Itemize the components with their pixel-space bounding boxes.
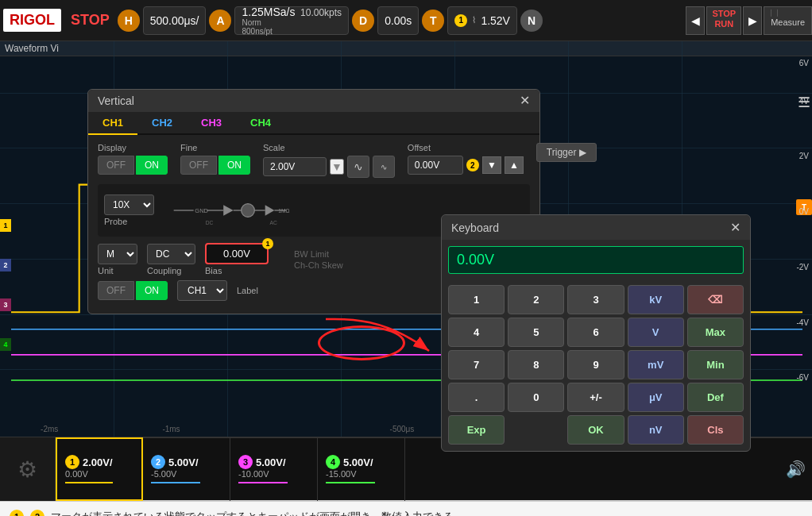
d-segment[interactable]: 0.00s [377, 6, 419, 35]
kb-kv[interactable]: kV [628, 285, 684, 314]
ch1-indicator: 1 [0, 219, 11, 232]
offset-input[interactable] [408, 156, 463, 175]
kb-cls[interactable]: Cls [687, 415, 744, 445]
ch1-info-top: 1 2.00V/ [65, 455, 113, 469]
svg-marker-3 [223, 205, 234, 215]
dialog-tabs: CH1 CH2 CH3 CH4 [88, 112, 539, 135]
probe-section: 10X1X100X Probe [104, 194, 154, 226]
nav-right-button[interactable]: ▶ [743, 6, 762, 35]
ch1-scale: 2.00V/ [83, 456, 113, 468]
kb-plusminus[interactable]: +/- [567, 383, 624, 412]
dialog-title: Vertical [98, 94, 134, 107]
n-button[interactable]: N [520, 10, 543, 32]
ch1-info-box[interactable]: 1 2.00V/ 0.00V [56, 437, 143, 501]
scale-m6v: -6V [796, 373, 809, 382]
display-off-button[interactable]: OFF [98, 156, 134, 175]
wave2-button[interactable]: ∿ [373, 156, 395, 178]
t-button[interactable]: T [422, 10, 444, 32]
label-select[interactable]: CH1 [177, 280, 227, 301]
label-off-button[interactable]: OFF [98, 281, 134, 300]
offset2-display[interactable]: 0.00V 1 [205, 243, 269, 264]
trigger-button[interactable]: Trigger ▶ [536, 143, 597, 162]
measure-button[interactable]: ⎸⎸ Measure [764, 6, 812, 35]
kb-close-button[interactable]: ✕ [730, 220, 740, 235]
kb-backspace[interactable]: ⌫ [687, 285, 744, 314]
offset-group: 2 ▼ ▲ [408, 156, 524, 175]
dialog-header: Vertical ✕ [88, 90, 539, 112]
offset-label: Offset [408, 143, 524, 152]
ch3-info-box[interactable]: 3 5.00V/ -10.00V [230, 437, 318, 501]
fine-on-button[interactable]: ON [218, 156, 250, 175]
offset-down-arrow[interactable]: ▼ [482, 156, 501, 174]
t-segment[interactable]: 1 ⌇ 1.52V [447, 6, 517, 35]
scale-down-arrow[interactable]: ▼ [330, 159, 344, 175]
coupling-label: Coupling [147, 266, 195, 275]
tab-ch3[interactable]: CH3 [187, 112, 236, 133]
kb-ok[interactable]: OK [567, 415, 624, 445]
unit-select[interactable]: MVA [98, 244, 137, 264]
scale-input[interactable] [263, 157, 327, 176]
kb-v[interactable]: V [628, 318, 684, 347]
hamburger-menu[interactable]: ☰ [798, 94, 810, 111]
kb-8[interactable]: 8 [508, 350, 564, 379]
ch4-info-box[interactable]: 4 5.00V/ -15.00V [318, 437, 405, 501]
ch4-info-top: 4 5.00V/ [326, 455, 373, 469]
kb-4[interactable]: 4 [448, 318, 505, 347]
kb-min[interactable]: Min [687, 350, 744, 379]
tab-ch1[interactable]: CH1 [88, 112, 137, 135]
ch2-indicator: 2 [0, 259, 11, 271]
scale-selector: ▼ ∿ ∿ [263, 156, 395, 178]
kb-dot[interactable]: . [448, 383, 505, 412]
a-button[interactable]: A [209, 10, 231, 32]
stop-button[interactable]: STOP [71, 12, 110, 29]
offset-up-arrow[interactable]: ▲ [505, 156, 524, 174]
stop-run-button[interactable]: STOP RUN [706, 6, 741, 35]
ch4-underline [326, 482, 375, 483]
kb-9[interactable]: 9 [567, 350, 624, 379]
label-on-button[interactable]: ON [136, 281, 168, 300]
kb-max[interactable]: Max [687, 318, 744, 347]
coupling-select[interactable]: DCACGND [147, 244, 195, 264]
fine-off-button[interactable]: OFF [180, 156, 217, 175]
ch1-underline [65, 482, 113, 483]
ch2-info-box[interactable]: 2 5.00V/ -5.00V [143, 437, 230, 501]
nav-left-button[interactable]: ◀ [686, 6, 705, 35]
kb-5[interactable]: 5 [508, 318, 564, 347]
offset-section: Offset 2 ▼ ▲ [408, 143, 524, 175]
kb-2[interactable]: 2 [508, 285, 564, 314]
kb-def[interactable]: Def [687, 383, 744, 412]
scale-m4v: -4V [796, 318, 809, 327]
h-segment[interactable]: 500.00μs/ [143, 6, 207, 35]
unit-label: Unit [98, 266, 137, 275]
waveform-title: Waveform Vi [0, 41, 812, 56]
probe-select[interactable]: 10X1X100X [104, 194, 154, 215]
h-button[interactable]: H [118, 10, 140, 32]
kb-exp[interactable]: Exp [448, 415, 505, 445]
coupling-section: DCACGND Coupling [147, 244, 195, 275]
label-toggle: OFF ON [98, 281, 168, 300]
gear-button[interactable]: ⚙ [0, 437, 56, 501]
top-toolbar: RIGOL STOP H 500.00μs/ A 1.25MSa/s 10.00… [0, 0, 812, 41]
ch3-info-top: 3 5.00V/ [238, 455, 286, 469]
tab-ch4[interactable]: CH4 [236, 112, 285, 133]
dialog-close-button[interactable]: ✕ [520, 94, 530, 107]
display-on-button[interactable]: ON [136, 156, 168, 175]
kb-3[interactable]: 3 [567, 285, 624, 314]
label-label: Label [237, 286, 258, 295]
kb-mv[interactable]: mV [628, 350, 684, 379]
ch1-offset: 0.00V [65, 469, 88, 479]
kb-1[interactable]: 1 [448, 285, 505, 314]
offset2-badge: 1 [262, 238, 273, 249]
kb-uv[interactable]: μV [628, 383, 684, 412]
ch3-scale: 5.00V/ [256, 456, 286, 468]
tab-ch2[interactable]: CH2 [137, 112, 187, 133]
kb-nv[interactable]: nV [628, 415, 684, 445]
a-segment[interactable]: 1.25MSa/s 10.00kpts Norm 800ns/pt [234, 6, 349, 35]
kb-7[interactable]: 7 [448, 350, 505, 379]
svg-text:1MΩ: 1MΩ [278, 208, 289, 214]
kb-0[interactable]: 0 [508, 383, 564, 412]
bwlimit-section: BW Limit Ch-Ch Skew [294, 249, 343, 270]
d-button[interactable]: D [352, 10, 374, 32]
sine-wave-button[interactable]: ∿ [347, 156, 369, 178]
kb-6[interactable]: 6 [567, 318, 624, 347]
